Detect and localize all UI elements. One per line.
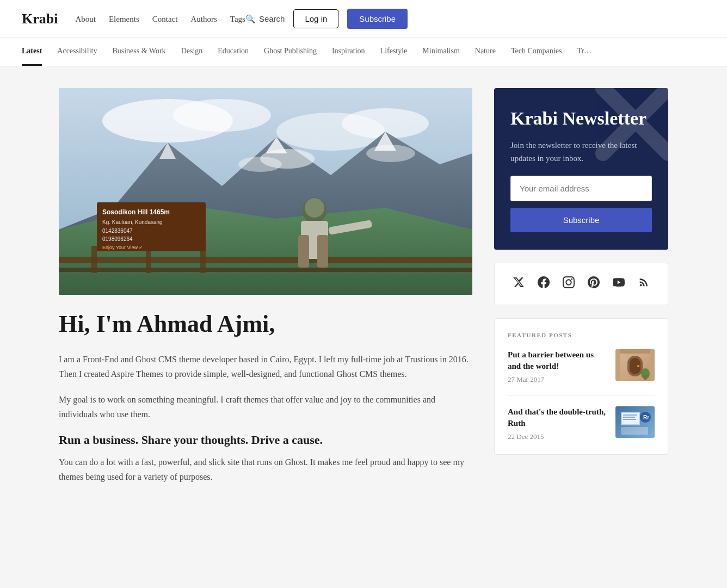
- featured-post-1-title[interactable]: Put a barrier between us and the world!: [508, 349, 607, 372]
- main-content: Sosodikon Hill 1465m Kg. Kauluan, Kundas…: [59, 88, 472, 484]
- tag-minimalism[interactable]: Minimalism: [422, 38, 459, 66]
- login-button[interactable]: Log in: [293, 9, 338, 28]
- bio-paragraph-1: I am a Front-End and Ghost CMS theme dev…: [59, 352, 472, 381]
- svg-rect-37: [615, 349, 620, 381]
- svg-rect-47: [621, 427, 648, 435]
- tag-design[interactable]: Design: [181, 38, 203, 66]
- featured-posts-label: FEATURED POSTS: [508, 332, 655, 338]
- search-button[interactable]: 🔍 Search: [245, 14, 285, 24]
- featured-post-2: And that's the double-truth, Ruth 22 Dec…: [508, 406, 655, 441]
- svg-text:Kg. Kauluan, Kundasang: Kg. Kauluan, Kundasang: [102, 219, 163, 225]
- email-input[interactable]: [510, 176, 652, 201]
- featured-post-2-title[interactable]: And that's the double-truth, Ruth: [508, 406, 607, 429]
- svg-text:0198096264: 0198096264: [102, 236, 133, 242]
- svg-rect-13: [59, 257, 472, 263]
- tag-inspiration[interactable]: Inspiration: [332, 38, 365, 66]
- tag-accessibility[interactable]: Accessibility: [57, 38, 97, 66]
- youtube-icon[interactable]: [613, 276, 625, 292]
- svg-text:Rr: Rr: [643, 414, 649, 420]
- nav-about[interactable]: About: [75, 15, 96, 23]
- hero-image-inner: Sosodikon Hill 1465m Kg. Kauluan, Kundas…: [59, 88, 472, 295]
- nav-elements[interactable]: Elements: [109, 15, 139, 23]
- site-logo[interactable]: Krabi: [22, 11, 58, 27]
- header-subscribe-button[interactable]: Subscribe: [347, 9, 408, 29]
- svg-rect-43: [622, 413, 639, 424]
- search-label: Search: [259, 14, 285, 23]
- svg-text:Enjoy Your View ✓: Enjoy Your View ✓: [102, 245, 143, 250]
- search-icon: 🔍: [245, 14, 256, 24]
- svg-rect-27: [298, 235, 309, 268]
- sidebar: Krabi Newsletter Join the newsletter to …: [494, 88, 668, 484]
- featured-post-1-date: 27 Mar 2017: [508, 375, 607, 384]
- svg-text:0142836047: 0142836047: [102, 228, 133, 234]
- svg-rect-14: [59, 268, 472, 272]
- hero-image: Sosodikon Hill 1465m Kg. Kauluan, Kundas…: [59, 88, 472, 295]
- facebook-icon[interactable]: [538, 276, 550, 292]
- featured-post-1-content: Put a barrier between us and the world! …: [508, 349, 607, 384]
- main-nav: About Elements Contact Authors Tags: [75, 14, 245, 24]
- nav-tags[interactable]: Tags: [230, 15, 245, 23]
- rss-icon[interactable]: [638, 276, 650, 292]
- main-heading: Hi, I'm Ahmad Ajmi,: [59, 310, 472, 339]
- header-right: 🔍 Search Log in Subscribe: [245, 9, 408, 29]
- tag-lifestyle[interactable]: Lifestyle: [380, 38, 408, 66]
- pinterest-icon[interactable]: [588, 276, 600, 292]
- svg-point-10: [238, 157, 282, 172]
- instagram-icon[interactable]: [563, 276, 575, 292]
- tag-tech-companies[interactable]: Tech Companies: [511, 38, 562, 66]
- featured-post-1: Put a barrier between us and the world! …: [508, 349, 655, 395]
- svg-point-35: [637, 365, 639, 367]
- newsletter-bg-decoration: [592, 88, 668, 164]
- twitter-icon[interactable]: [513, 276, 525, 292]
- svg-rect-40: [644, 375, 646, 380]
- tag-education[interactable]: Education: [218, 38, 249, 66]
- nav-links: About Elements Contact Authors Tags: [75, 14, 245, 24]
- svg-point-25: [305, 198, 324, 218]
- section-heading: Run a business. Share your thoughts. Dri…: [59, 433, 472, 447]
- tags-navigation: Latest Accessibility Business & Work Des…: [0, 38, 727, 66]
- featured-post-2-content: And that's the double-truth, Ruth 22 Dec…: [508, 406, 607, 441]
- svg-rect-36: [620, 349, 650, 354]
- bio-paragraph-2: My goal is to work on something meaningf…: [59, 392, 472, 422]
- featured-post-1-thumbnail: [615, 349, 655, 381]
- main-container: Sosodikon Hill 1465m Kg. Kauluan, Kundas…: [37, 88, 690, 484]
- tag-nature[interactable]: Nature: [475, 38, 496, 66]
- nav-contact[interactable]: Contact: [152, 15, 178, 23]
- newsletter-subscribe-button[interactable]: Subscribe: [510, 208, 652, 232]
- featured-post-2-date: 22 Dec 2015: [508, 432, 607, 441]
- svg-rect-15: [91, 246, 97, 273]
- svg-text:Sosodikon Hill 1465m: Sosodikon Hill 1465m: [102, 208, 170, 216]
- section-paragraph: You can do a lot with a fast, powerful, …: [59, 455, 472, 484]
- social-card: [494, 263, 668, 305]
- hero-svg: Sosodikon Hill 1465m Kg. Kauluan, Kundas…: [59, 88, 472, 295]
- featured-post-2-thumbnail: Rr: [615, 406, 655, 438]
- nav-authors[interactable]: Authors: [190, 15, 217, 23]
- tag-business-work[interactable]: Business & Work: [112, 38, 165, 66]
- site-header: Krabi About Elements Contact Authors Tag…: [0, 0, 727, 38]
- svg-rect-38: [650, 349, 655, 381]
- newsletter-card: Krabi Newsletter Join the newsletter to …: [494, 88, 668, 250]
- tag-ghost-publishing[interactable]: Ghost Publishing: [264, 38, 317, 66]
- featured-posts-section: FEATURED POSTS Put a barrier between us …: [494, 318, 668, 455]
- svg-point-11: [366, 145, 415, 162]
- svg-point-2: [173, 99, 271, 132]
- thumbnail-1-image: [615, 349, 655, 381]
- tag-travel[interactable]: Tr…: [577, 38, 592, 66]
- tag-latest[interactable]: Latest: [22, 38, 42, 66]
- thumbnail-2-image: Rr: [615, 406, 655, 438]
- svg-rect-28: [317, 235, 328, 268]
